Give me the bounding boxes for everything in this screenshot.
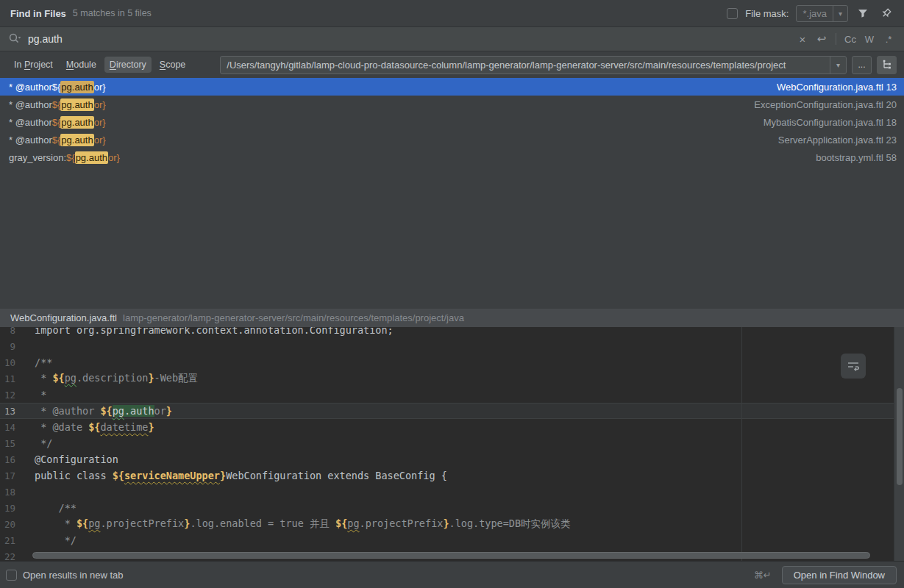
search-icon[interactable] (7, 32, 22, 46)
line-number: 9 (0, 341, 15, 352)
line-text: * ${pg.projectPrefix}.log.enabled = true… (15, 517, 571, 531)
code-line: 17public class ${serviceNameUpper}WebCon… (0, 467, 894, 484)
result-text: or} (94, 99, 106, 110)
result-row[interactable]: * @author ${pg.author}ExceptionConfigura… (0, 96, 904, 113)
search-row: pg.auth × ↩ Cc W .* (0, 26, 904, 51)
line-text: */ (15, 534, 76, 546)
code-preview-editor[interactable]: 8import org.springframework.context.anno… (0, 327, 904, 561)
file-mask-checkbox[interactable] (727, 8, 738, 19)
pin-icon (880, 7, 892, 19)
result-row[interactable]: * @author ${pg.author}ServerApplication.… (0, 131, 904, 148)
regex-toggle[interactable]: .* (880, 34, 897, 45)
result-row[interactable]: * @author ${pg.author}MybatisConfigurati… (0, 113, 904, 131)
match-case-toggle[interactable]: Cc (842, 34, 858, 45)
code-line: 13 * @author ${pg.author} (0, 403, 894, 419)
dialog-title: Find in Files (10, 8, 66, 19)
code-lines: 8import org.springframework.context.anno… (0, 327, 894, 561)
whole-words-toggle[interactable]: W (861, 34, 878, 45)
scope-tab-in-project[interactable]: In Project (9, 57, 58, 73)
scope-tab-directory[interactable]: Directory (104, 57, 152, 73)
result-text: ${ (52, 135, 61, 146)
code-line: 15 */ (0, 435, 894, 451)
result-text: * @author (9, 135, 52, 146)
line-text: */ (15, 437, 52, 449)
directory-path-value[interactable]: /Users/tangyh/gitlab/lamp-cloud-pro-data… (221, 60, 830, 71)
code-line: 18 (0, 484, 894, 500)
file-mask-value: *.java (797, 8, 833, 19)
filter-button[interactable] (854, 4, 872, 22)
clear-search-icon[interactable]: × (794, 33, 811, 46)
line-number: 17 (0, 470, 15, 481)
result-text: ${ (52, 117, 61, 128)
project-structure-toggle-button[interactable] (877, 56, 897, 74)
tree-structure-icon (881, 59, 893, 71)
open-results-checkbox[interactable] (6, 570, 17, 581)
code-line: 12 * (0, 387, 894, 403)
result-text: gray_version: (9, 152, 66, 163)
scope-tab-module[interactable]: Module (61, 57, 102, 73)
titlebar-right: File mask: *.java ▾ (727, 4, 895, 22)
result-file-label: ExceptionConfiguration.java.ftl 20 (754, 99, 897, 110)
directory-path-combobox[interactable]: /Users/tangyh/gitlab/lamp-cloud-pro-data… (220, 56, 847, 74)
match-highlight: pg.auth (75, 151, 108, 164)
open-in-find-window-button[interactable]: Open in Find Window (782, 566, 897, 584)
bottom-bar: Open results in new tab ⌘↵ Open in Find … (0, 561, 904, 588)
result-text: * @author (9, 99, 52, 110)
code-line: 9 (0, 338, 894, 354)
line-text: public class ${serviceNameUpper}WebConfi… (15, 470, 447, 481)
browse-directory-button[interactable]: ... (852, 56, 872, 74)
line-number: 18 (0, 487, 15, 498)
line-number: 8 (0, 327, 15, 336)
result-text: ${ (52, 99, 61, 110)
result-text: or} (94, 135, 106, 146)
line-text: import org.springframework.context.annot… (15, 327, 394, 336)
horizontal-scrollbar[interactable] (0, 552, 894, 559)
code-line: 8import org.springframework.context.anno… (0, 327, 894, 338)
result-text: * @author (9, 82, 52, 93)
scope-tab-scope[interactable]: Scope (154, 57, 191, 73)
line-number: 10 (0, 357, 15, 368)
file-mask-combobox[interactable]: *.java ▾ (796, 5, 848, 22)
result-row[interactable]: gray_version: ${pg.author}bootstrap.yml.… (0, 148, 904, 166)
soft-wrap-button[interactable] (841, 354, 866, 379)
bottom-bar-right: ⌘↵ Open in Find Window (754, 566, 897, 584)
result-text: * @author (9, 117, 52, 128)
horizontal-scrollbar-thumb[interactable] (32, 552, 870, 559)
vertical-scrollbar[interactable] (894, 327, 904, 561)
line-number: 19 (0, 503, 15, 514)
code-line: 16@Configuration (0, 451, 894, 467)
find-in-files-dialog: Find in Files 5 matches in 5 files File … (0, 0, 904, 588)
filter-row: In ProjectModuleDirectoryScope /Users/ta… (0, 51, 904, 78)
titlebar: Find in Files 5 matches in 5 files File … (0, 0, 904, 26)
line-text: /** (15, 502, 76, 514)
line-text: /** (15, 356, 52, 368)
code-line: 20 * ${pg.projectPrefix}.log.enabled = t… (0, 516, 894, 532)
chevron-down-icon[interactable]: ▾ (833, 6, 847, 21)
result-row[interactable]: * @author ${pg.author}WebConfiguration.j… (0, 78, 904, 96)
line-number: 13 (0, 406, 15, 417)
chevron-down-icon[interactable]: ▾ (830, 57, 846, 74)
code-line: 19 /** (0, 500, 894, 516)
newline-icon[interactable]: ↩ (814, 32, 830, 46)
vertical-scrollbar-thumb[interactable] (897, 388, 903, 485)
preview-file-path: lamp-generator/lamp-generator-server/src… (123, 312, 464, 323)
open-results-label: Open results in new tab (23, 570, 124, 581)
line-number: 15 (0, 438, 15, 449)
line-number: 20 (0, 519, 15, 530)
match-highlight: pg.auth (60, 81, 93, 93)
scope-tabs: In ProjectModuleDirectoryScope (9, 57, 191, 73)
pin-button[interactable] (878, 4, 895, 22)
divider (836, 33, 836, 45)
line-text: * @date ${datetime} (15, 421, 154, 433)
result-file-label: ServerApplication.java.ftl 23 (778, 135, 897, 146)
result-text: ${ (66, 152, 75, 163)
preview-header: WebConfiguration.java.ftl lamp-generator… (0, 309, 904, 327)
search-input[interactable]: pg.auth (28, 33, 63, 45)
line-text: * (15, 389, 46, 401)
result-text: or} (108, 152, 120, 163)
line-number: 11 (0, 373, 15, 384)
code-line: 21 */ (0, 532, 894, 548)
result-file-label: bootstrap.yml.ftl 58 (816, 152, 897, 163)
match-highlight: pg.auth (60, 98, 93, 111)
results-list: * @author ${pg.author}WebConfiguration.j… (0, 78, 904, 166)
